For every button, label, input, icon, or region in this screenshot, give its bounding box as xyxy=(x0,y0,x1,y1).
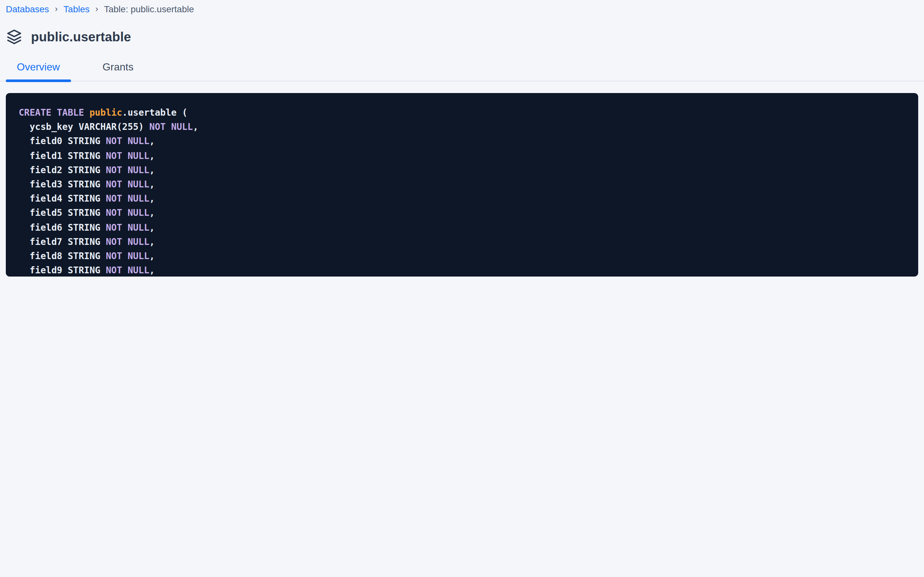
tab-grants[interactable]: Grants xyxy=(92,56,144,81)
code-line: field9 STRING NOT NULL, xyxy=(19,263,905,277)
breadcrumb-separator-icon: › xyxy=(90,4,104,14)
code-line: CREATE TABLE public.usertable ( xyxy=(19,105,905,119)
code-line: field6 STRING NOT NULL, xyxy=(19,220,905,234)
code-line: field5 STRING NOT NULL, xyxy=(19,206,905,220)
tab-overview[interactable]: Overview xyxy=(6,56,71,81)
code-line: field4 STRING NOT NULL, xyxy=(19,191,905,205)
code-line: field8 STRING NOT NULL, xyxy=(19,249,905,263)
table-details-page: Databases › Tables › Table: public.usert… xyxy=(0,0,924,288)
page-title: public.usertable xyxy=(31,29,131,44)
code-line: field2 STRING NOT NULL, xyxy=(19,163,905,177)
breadcrumb-link-databases[interactable]: Databases xyxy=(6,4,49,14)
create-table-statement: CREATE TABLE public.usertable ( ycsb_key… xyxy=(6,93,918,277)
breadcrumb-link-tables[interactable]: Tables xyxy=(64,4,90,14)
page-header: public.usertable xyxy=(6,28,918,45)
stack-icon xyxy=(6,28,22,45)
breadcrumb-current: Table: public.usertable xyxy=(104,4,194,14)
code-line: field3 STRING NOT NULL, xyxy=(19,177,905,191)
breadcrumb-separator-icon: › xyxy=(49,4,64,14)
breadcrumb: Databases › Tables › Table: public.usert… xyxy=(6,0,918,14)
code-line: field1 STRING NOT NULL, xyxy=(19,148,905,163)
tab-bar: Overview Grants xyxy=(6,56,918,81)
code-line: field0 STRING NOT NULL, xyxy=(19,134,905,148)
code-line: field7 STRING NOT NULL, xyxy=(19,235,905,249)
code-line: ycsb_key VARCHAR(255) NOT NULL, xyxy=(19,119,905,134)
